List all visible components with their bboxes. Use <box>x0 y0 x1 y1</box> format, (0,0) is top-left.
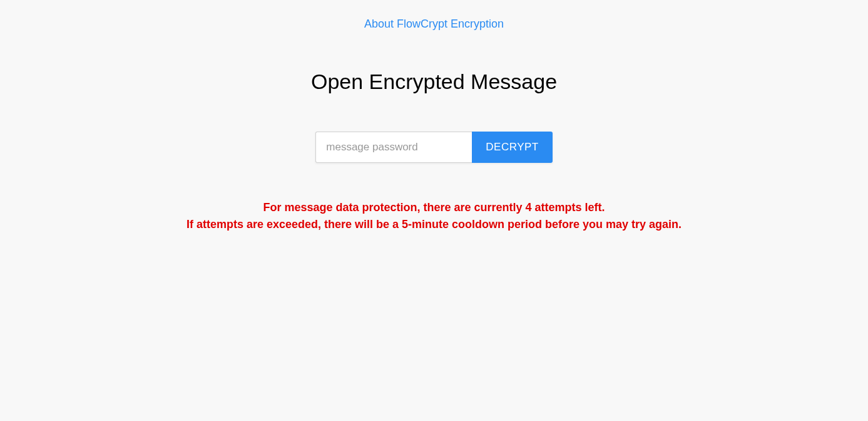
page-title: Open Encrypted Message <box>311 70 557 94</box>
warning-line-2: If attempts are exceeded, there will be … <box>186 216 682 233</box>
decrypt-button[interactable]: DECRYPT <box>472 132 552 163</box>
main-container: About FlowCrypt Encryption Open Encrypte… <box>0 0 868 233</box>
about-link[interactable]: About FlowCrypt Encryption <box>364 18 504 31</box>
decrypt-form: DECRYPT <box>315 132 552 163</box>
warning-line-1: For message data protection, there are c… <box>186 199 682 216</box>
password-input[interactable] <box>315 132 472 163</box>
warning-message: For message data protection, there are c… <box>186 199 682 233</box>
